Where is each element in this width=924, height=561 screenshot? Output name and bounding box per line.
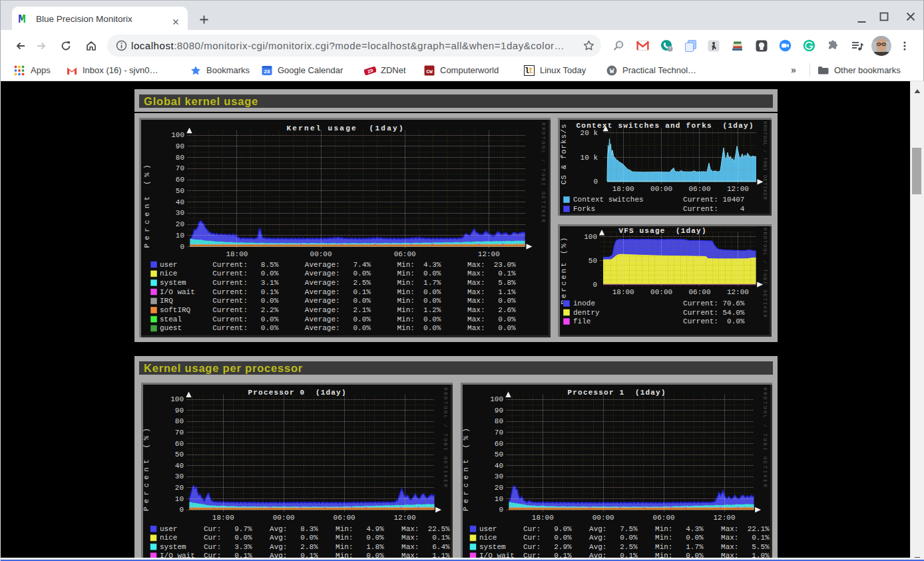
svg-text:30: 30 <box>176 209 184 217</box>
svg-text:20: 20 <box>495 484 503 492</box>
svg-text:RRDTOOL / TOBI OETIKER: RRDTOOL / TOBI OETIKER <box>762 387 768 487</box>
svg-text:70: 70 <box>175 429 184 437</box>
svg-text:18:00: 18:00 <box>612 288 634 296</box>
svg-text:softIRQ Current: 2.2%: softIRQ Current: 2.2% Average: 2.1% Min:… <box>160 306 516 314</box>
svg-text:IRQ Current: 0.0%: IRQ Current: 0.0% Average: 0.0% Min: 0.0… <box>160 297 516 305</box>
svg-text:80: 80 <box>495 417 503 425</box>
svg-text:00:00: 00:00 <box>592 514 614 522</box>
svg-text:30: 30 <box>495 472 503 480</box>
svg-text:30: 30 <box>175 472 184 480</box>
svg-text:50: 50 <box>495 451 503 459</box>
svg-text:0: 0 <box>499 506 503 514</box>
svg-text:user Current: 8.5%: user Current: 8.5% Average: 7.4% Min: 4.… <box>160 261 516 269</box>
svg-text:Percent (%): Percent (%) <box>143 165 151 248</box>
svg-text:0: 0 <box>593 178 598 186</box>
svg-text:Percent (%): Percent (%) <box>560 238 568 305</box>
svg-text:18:00: 18:00 <box>532 514 554 522</box>
svg-text:60: 60 <box>495 440 503 448</box>
svg-text:RRDTOOL / TOBI OETIKER: RRDTOOL / TOBI OETIKER <box>541 122 547 222</box>
svg-text:VFS usage (1day): VFS usage (1day) <box>619 227 706 235</box>
svg-text:100: 100 <box>584 233 597 241</box>
svg-text:0: 0 <box>179 506 184 514</box>
svg-text:06:00: 06:00 <box>653 514 675 522</box>
svg-text:10 k: 10 k <box>580 154 598 162</box>
svg-text:20: 20 <box>175 484 184 492</box>
svg-text:00:00: 00:00 <box>310 250 332 258</box>
svg-text:file Curre: file Current: 0.0% <box>573 317 745 325</box>
svg-text:nice Current: 0.0%: nice Current: 0.0% Average: 0.0% Min: 0.… <box>160 270 516 278</box>
svg-text:06:00: 06:00 <box>394 250 416 258</box>
svg-text:90: 90 <box>495 407 503 415</box>
svg-text:Context switches Curre: Context switches Current: 10407 <box>573 196 744 204</box>
svg-text:100: 100 <box>490 395 503 403</box>
svg-text:system Current: 3.1%: system Current: 3.1% Average: 2.5% Min: … <box>160 279 516 287</box>
svg-text:50: 50 <box>176 187 184 195</box>
svg-text:steal Current: 0.0%: steal Current: 0.0% Average: 0.0% Min: 0… <box>160 315 516 323</box>
svg-text:00:00: 00:00 <box>650 185 672 193</box>
svg-text:user Cur: 9.7% Avg:: user Cur: 9.7% Avg: 8.3% Min: 4.9% Max: … <box>160 525 450 533</box>
svg-text:06:00: 06:00 <box>688 185 710 193</box>
svg-text:Kernel usage (1day): Kernel usage (1day) <box>287 124 403 132</box>
svg-text:W: W <box>610 67 614 75</box>
svg-text:nice Cur: 0.0% Avg:: nice Cur: 0.0% Avg: 0.0% Min: 0.0% Max: … <box>479 534 770 542</box>
svg-text:20: 20 <box>176 220 184 228</box>
svg-text:guest Current: 0.0%: guest Current: 0.0% Average: 0.0% Min: 0… <box>160 324 516 332</box>
svg-text:18:00: 18:00 <box>226 250 248 258</box>
svg-text:CW: CW <box>426 68 433 74</box>
svg-text:nice Cur: 0.0% Avg:: nice Cur: 0.0% Avg: 0.0% Min: 0.0% Max: … <box>160 534 450 542</box>
svg-text:12:00: 12:00 <box>727 288 749 296</box>
svg-text:00:00: 00:00 <box>650 288 672 296</box>
svg-text:?: ? <box>668 47 671 51</box>
svg-text:70: 70 <box>176 164 184 172</box>
svg-text:100: 100 <box>171 131 184 139</box>
svg-text:90: 90 <box>176 142 184 150</box>
svg-text:18:00: 18:00 <box>612 185 634 193</box>
svg-text:50: 50 <box>175 451 184 459</box>
svg-text:40: 40 <box>495 462 503 470</box>
svg-text:system Cur: 3.3% Avg:: system Cur: 3.3% Avg: 2.8% Min: 1.8% Max… <box>160 543 450 551</box>
svg-text:12:00: 12:00 <box>727 185 749 193</box>
svg-text:CS & forks/s: CS & forks/s <box>560 124 568 184</box>
svg-text:18:00: 18:00 <box>212 514 234 522</box>
svg-text:I/O wait Current: 0.1%: I/O wait Current: 0.1% Average: 0.1% Min… <box>160 288 516 296</box>
svg-text:system Cur: 2.9% Avg:: system Cur: 2.9% Avg: 2.5% Min: 1.7% Max… <box>479 543 770 551</box>
svg-text:100: 100 <box>170 395 184 403</box>
svg-text:0: 0 <box>592 281 597 289</box>
svg-text:12:00: 12:00 <box>393 514 415 522</box>
svg-text:Processor 1 (1day): Processor 1 (1day) <box>568 389 666 397</box>
svg-text:90: 90 <box>175 407 184 415</box>
svg-text:0: 0 <box>180 243 184 251</box>
svg-text:12:00: 12:00 <box>713 514 735 522</box>
svg-text:40: 40 <box>176 198 184 206</box>
svg-text:50: 50 <box>588 257 597 265</box>
svg-text:60: 60 <box>176 176 184 184</box>
svg-text:00:00: 00:00 <box>273 514 295 522</box>
svg-text:user Cur: 9.0% Avg:: user Cur: 9.0% Avg: 7.5% Min: 4.3% Max: … <box>479 525 770 533</box>
svg-text:40: 40 <box>175 462 184 470</box>
svg-text:10: 10 <box>495 495 503 503</box>
svg-text:Processor 0 (1day): Processor 0 (1day) <box>248 389 346 397</box>
svg-text:inode Curre: inode Current: 70.6% <box>573 299 745 307</box>
svg-text:20 k: 20 k <box>580 129 598 137</box>
svg-text:06:00: 06:00 <box>334 514 355 522</box>
svg-text:28: 28 <box>264 69 270 75</box>
svg-text:RRDTOOL / TOBI OETIKER: RRDTOOL / TOBI OETIKER <box>762 228 768 317</box>
svg-text:60: 60 <box>175 440 184 448</box>
svg-text:RRDTOOL / TOBI OETIKER: RRDTOOL / TOBI OETIKER <box>443 387 449 487</box>
svg-text:Context switches and forks (1: Context switches and forks (1day) <box>577 122 754 130</box>
svg-text:Percent (%): Percent (%) <box>462 428 470 511</box>
svg-text:Forks Curre: Forks Current: 4 <box>573 205 745 213</box>
svg-text:70: 70 <box>495 429 503 437</box>
svg-text:RRDTOOL / TOBI OETIKER: RRDTOOL / TOBI OETIKER <box>762 121 768 200</box>
svg-text:t: t <box>529 67 533 76</box>
svg-text:80: 80 <box>175 417 184 425</box>
svg-text:dentry Curre: dentry Current: 54.0% <box>573 309 745 317</box>
svg-text:80: 80 <box>176 154 184 162</box>
svg-text:Percent (%): Percent (%) <box>142 428 150 511</box>
svg-text:M: M <box>18 12 25 24</box>
svg-text:12:00: 12:00 <box>478 250 500 258</box>
svg-text:10: 10 <box>176 232 184 240</box>
svg-text:06:00: 06:00 <box>688 288 710 296</box>
svg-text:10: 10 <box>175 495 184 503</box>
